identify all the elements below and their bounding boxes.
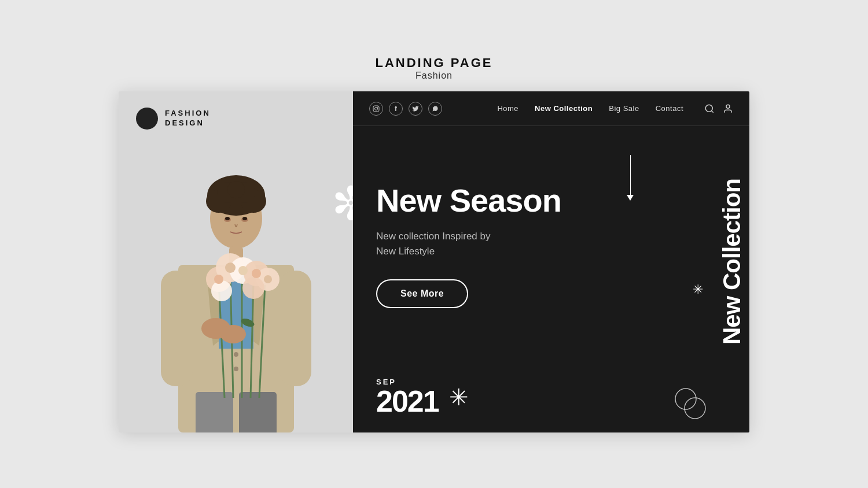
svg-rect-44 [373, 106, 379, 112]
svg-rect-9 [196, 392, 233, 432]
arrow-line [630, 155, 631, 195]
scroll-indicator [627, 155, 634, 201]
svg-point-20 [225, 217, 230, 220]
hero-text: New Season New collection Inspired byNew… [376, 184, 726, 309]
svg-point-39 [238, 266, 248, 275]
arrow-head [627, 195, 634, 201]
right-panel: f Home New Collection Big Sale [353, 91, 749, 432]
brand-logo: FASHION DESIGN [136, 108, 211, 130]
page-title-area: LANDING PAGE Fashion [375, 56, 492, 81]
search-icon[interactable] [704, 103, 715, 114]
svg-point-45 [375, 107, 378, 110]
svg-point-37 [214, 275, 223, 284]
page-title: LANDING PAGE [375, 56, 492, 71]
social-icons: f [369, 102, 442, 116]
hero-title: New Season [376, 184, 726, 218]
bottom-row: SEP 2021 ✳ [353, 366, 749, 432]
nav-bar: f Home New Collection Big Sale [353, 91, 749, 126]
svg-point-41 [264, 275, 272, 283]
svg-rect-10 [239, 392, 277, 432]
svg-line-48 [711, 110, 713, 112]
date-year: 2021 [376, 386, 439, 416]
svg-point-17 [227, 181, 245, 198]
flower-decoration: ✼ [332, 181, 353, 227]
instagram-icon[interactable] [369, 102, 383, 116]
vertical-text-container: New Collection [715, 91, 749, 432]
hero-subtitle: New collection Inspired byNew Lifestyle [376, 229, 550, 258]
svg-point-50 [675, 389, 696, 409]
page-subtitle: Fashion [375, 71, 492, 81]
facebook-icon[interactable]: f [389, 102, 403, 116]
see-more-button[interactable]: See More [376, 279, 468, 308]
nav-link-home[interactable]: Home [497, 104, 518, 113]
nav-links: Home New Collection Big Sale Contact [497, 104, 683, 113]
circles-decoration [673, 386, 708, 421]
twitter-icon[interactable] [409, 102, 422, 116]
person-image [138, 126, 334, 432]
whatsapp-icon[interactable] [428, 102, 442, 116]
svg-point-21 [242, 217, 247, 220]
svg-point-38 [225, 263, 236, 273]
svg-rect-5 [279, 271, 311, 386]
svg-point-51 [685, 398, 705, 419]
svg-point-40 [252, 269, 261, 278]
svg-point-43 [220, 325, 246, 343]
svg-point-46 [377, 106, 378, 108]
left-panel: FASHION DESIGN [119, 91, 353, 432]
small-asterisk-mid: ✳ [693, 282, 703, 297]
vertical-new-collection: New Collection [720, 179, 744, 345]
svg-point-47 [705, 105, 712, 112]
svg-point-8 [234, 367, 238, 371]
svg-rect-4 [161, 271, 193, 386]
landing-card: FASHION DESIGN [119, 91, 749, 432]
brand-circle [136, 108, 158, 130]
asterisk-decoration: ✳ [449, 386, 469, 409]
nav-link-big-sale[interactable]: Big Sale [609, 104, 639, 113]
svg-point-7 [234, 352, 238, 357]
nav-link-new-collection[interactable]: New Collection [535, 104, 593, 113]
brand-name: FASHION DESIGN [165, 109, 211, 128]
svg-point-35 [211, 280, 232, 301]
main-content: New Season New collection Inspired byNew… [353, 126, 749, 366]
nav-link-contact[interactable]: Contact [656, 104, 683, 113]
svg-point-36 [242, 277, 264, 299]
date-section: SEP 2021 [376, 378, 439, 416]
